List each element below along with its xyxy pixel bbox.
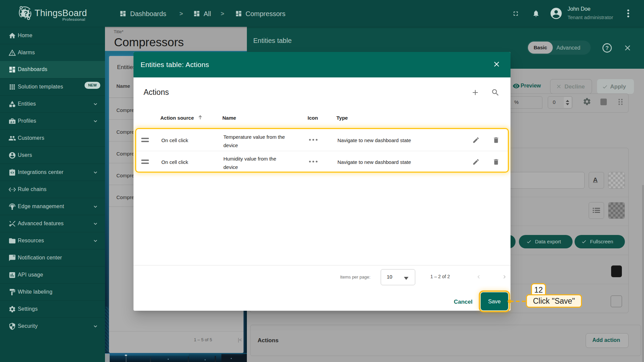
svg-text:?: ? <box>605 45 609 51</box>
